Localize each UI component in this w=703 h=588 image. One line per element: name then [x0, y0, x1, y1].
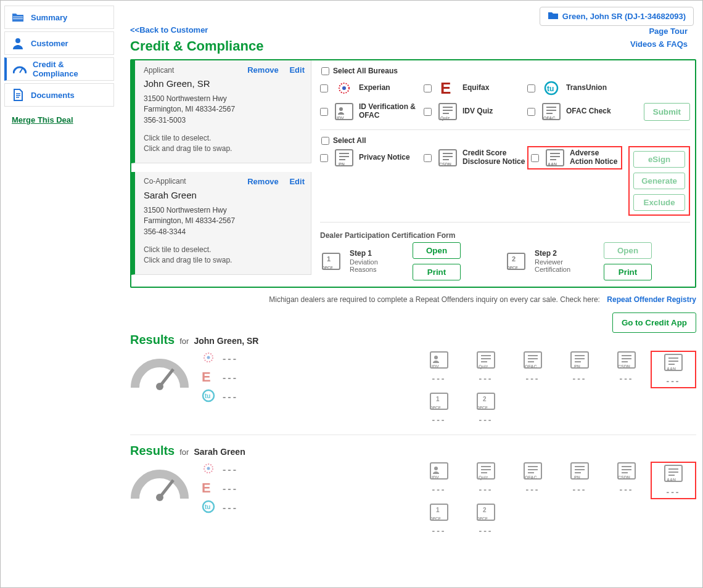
svg-text:Quiz: Quiz — [440, 116, 450, 121]
svg-text:IDV: IDV — [432, 475, 439, 480]
ofac-icon: OFAC — [540, 102, 562, 121]
svg-text:Quiz: Quiz — [479, 475, 488, 480]
svg-point-8 — [339, 107, 343, 111]
svg-text:E: E — [202, 481, 211, 494]
remove-applicant-link[interactable]: Remove — [247, 65, 279, 75]
results-name: Sarah Green — [194, 447, 245, 457]
svg-text:Quiz: Quiz — [479, 364, 488, 369]
svg-text:AAN: AAN — [548, 162, 557, 166]
svg-text:E: E — [440, 80, 451, 96]
sidebar-item-credit[interactable]: Credit & Compliance — [4, 57, 114, 81]
dpcf2-open-button[interactable]: Open — [604, 242, 652, 259]
select-all-bureaus[interactable]: Select All Bureaus — [321, 67, 690, 75]
dpcf2-print-button[interactable]: Print — [604, 264, 652, 280]
sidebar-label: Documents — [31, 91, 75, 100]
svg-text:1: 1 — [436, 396, 440, 402]
esign-button[interactable]: eSign — [633, 151, 685, 168]
dpcf1-open-button[interactable]: Open — [413, 242, 461, 259]
submit-button[interactable]: Submit — [644, 103, 690, 121]
svg-text:PN: PN — [574, 364, 580, 369]
svg-text:CSDN: CSDN — [618, 475, 630, 480]
results-doc-grid: IDV--- Quiz--- OFAC--- PN--- CSDN--- AAN… — [416, 351, 696, 425]
sidebar-item-customer[interactable]: Customer — [4, 31, 114, 55]
svg-text:CSDN: CSDN — [439, 162, 451, 166]
svg-text:AAN: AAN — [667, 478, 676, 482]
coapplicant-tile[interactable]: Co-Applicant Remove Edit Sarah Green 315… — [131, 172, 311, 275]
back-to-customer-link[interactable]: <<Back to Customer — [130, 25, 696, 35]
svg-text:2: 2 — [483, 396, 487, 402]
exclude-button[interactable]: Exclude — [633, 194, 685, 211]
applicant-tile[interactable]: Applicant Remove Edit John Green, SR 315… — [131, 60, 311, 163]
go-to-credit-app-button[interactable]: Go to Credit App — [612, 312, 696, 333]
merge-deal-link[interactable]: Merge This Deal — [4, 109, 114, 131]
bureau-experian[interactable]: Experian — [320, 76, 424, 100]
svg-text:IDV: IDV — [432, 364, 439, 369]
csdn-icon: CSDN — [615, 462, 638, 482]
dpcf1-icon: 1DPCF — [320, 252, 342, 271]
customer-badge[interactable]: Green, John SR (DJ-1-34682093) — [540, 7, 694, 26]
page-tour-link[interactable]: Page Tour — [630, 27, 688, 36]
applicant-role: Applicant — [144, 66, 174, 75]
idv-icon: IDV — [428, 351, 450, 371]
svg-text:E: E — [202, 370, 211, 383]
applicant-name: Sarah Green — [144, 190, 305, 200]
dpcf2-icon: 2DPCF — [505, 252, 527, 271]
sidebar-item-documents[interactable]: Documents — [4, 83, 114, 107]
experian-icon — [333, 79, 355, 97]
experian-icon — [200, 351, 216, 366]
svg-text:OFAC: OFAC — [543, 116, 555, 120]
equifax-icon: E — [200, 481, 216, 496]
edit-applicant-link[interactable]: Edit — [289, 177, 305, 186]
check-ofac[interactable]: OFAC OFAC Check — [527, 100, 631, 123]
svg-text:2: 2 — [512, 255, 516, 263]
select-all-notices[interactable]: Select All — [321, 136, 690, 145]
aan-icon: AAN — [544, 149, 566, 167]
remove-applicant-link[interactable]: Remove — [247, 177, 279, 186]
equifax-icon: E — [437, 79, 459, 97]
bureau-transunion[interactable]: tu TransUnion — [527, 76, 631, 100]
page-title: Credit & Compliance — [130, 38, 696, 54]
pn-icon: PN — [569, 351, 591, 371]
dpcf1-print-button[interactable]: Print — [413, 264, 461, 280]
sidebar-label: Customer — [31, 39, 68, 48]
pn-icon: PN — [333, 149, 355, 167]
svg-text:PN: PN — [574, 475, 580, 480]
experian-icon — [200, 462, 216, 477]
svg-text:2: 2 — [483, 507, 487, 513]
svg-text:CSDN: CSDN — [618, 364, 630, 369]
svg-text:DPCF: DPCF — [430, 406, 441, 410]
svg-text:tu: tu — [205, 504, 210, 510]
repeat-offender-link[interactable]: Repeat Offender Registry — [607, 295, 696, 304]
idv-icon: IDV — [333, 102, 355, 121]
folder-icon — [11, 10, 25, 24]
results-doc-grid: IDV--- Quiz--- OFAC--- PN--- CSDN--- AAN… — [416, 462, 696, 536]
folder-icon — [548, 11, 559, 22]
check-idv-quiz[interactable]: Quiz IDV Quiz — [424, 100, 527, 123]
svg-point-3 — [342, 86, 346, 90]
check-idv-ofac[interactable]: IDV ID Verification & OFAC — [320, 100, 424, 123]
aan-icon: AAN — [662, 464, 684, 484]
svg-text:DPCF: DPCF — [477, 406, 488, 410]
svg-point-27 — [156, 383, 163, 390]
svg-point-29 — [207, 356, 210, 359]
dpcf2-icon: 2DPCF — [475, 392, 497, 412]
quiz-icon: Quiz — [475, 351, 497, 371]
generate-button[interactable]: Generate — [633, 173, 685, 189]
notice-privacy[interactable]: PN Privacy Notice — [320, 146, 424, 169]
score-gauge-icon — [130, 462, 189, 505]
edit-applicant-link[interactable]: Edit — [289, 65, 305, 75]
videos-faqs-link[interactable]: Videos & FAQs — [630, 39, 688, 49]
equifax-icon: E — [200, 370, 216, 385]
notice-aan[interactable]: AAN Adverse Action Notice — [527, 146, 622, 169]
notice-csdn[interactable]: CSDN Credit Score Disclosure Notice — [424, 146, 527, 169]
dpcf1-icon: 1DPCF — [428, 392, 450, 412]
csdn-icon: CSDN — [615, 351, 638, 371]
dpcf1-icon: 1DPCF — [428, 503, 450, 523]
applicant-role: Co-Applicant — [144, 177, 186, 186]
svg-point-60 — [434, 467, 438, 470]
dpcf-title: Dealer Participation Certification Form — [320, 231, 690, 240]
svg-text:DPCF: DPCF — [477, 517, 488, 521]
idv-icon: IDV — [428, 462, 450, 482]
sidebar-item-summary[interactable]: Summary — [4, 6, 114, 29]
bureau-equifax[interactable]: E Equifax — [424, 76, 527, 100]
